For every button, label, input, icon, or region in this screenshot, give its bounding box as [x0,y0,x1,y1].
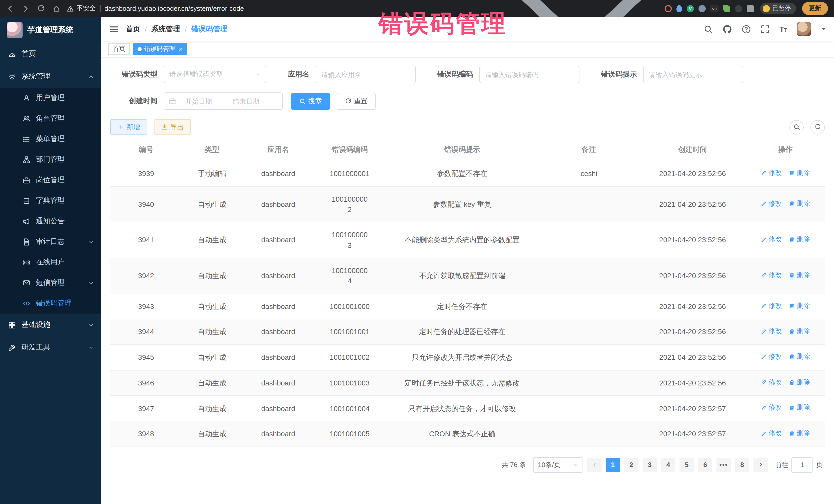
error-type-select[interactable]: 请选择错误码类型 [164,66,266,83]
breadcrumb-item[interactable]: 系统管理 [151,24,180,34]
tag-item[interactable]: 首页 [108,43,130,55]
hamburger-icon[interactable] [109,24,118,34]
extension-icon-on-badge[interactable]: on [710,5,719,12]
page-button-2[interactable]: 2 [624,458,638,472]
font-size-icon[interactable]: TT [780,25,787,33]
sidebar-item-notice-management[interactable]: 通知公告 [0,211,101,232]
sidebar-item-home[interactable]: 首页 [0,43,101,65]
reload-icon[interactable] [37,4,45,13]
sidebar-item-post-management[interactable]: 岗位管理 [0,170,101,191]
chevron-down-icon[interactable] [822,28,826,30]
delete-link[interactable]: 删除 [789,403,810,413]
update-button[interactable]: 更新 [802,2,828,15]
next-page-button[interactable] [753,458,768,472]
app-name-input[interactable] [316,66,416,83]
page-button-8[interactable]: 8 [735,458,749,472]
search-icon[interactable] [703,24,712,34]
page-button-4[interactable]: 4 [661,458,675,472]
user-avatar[interactable] [797,22,811,36]
home-icon[interactable] [52,4,61,13]
sidebar-item-label: 审计日志 [36,237,65,246]
extension-icon-people[interactable] [699,5,706,12]
edit-link[interactable]: 修改 [761,403,782,413]
sidebar-item-online-user[interactable]: 在线用户 [0,252,101,272]
fullscreen-icon[interactable] [760,24,770,34]
page-ellipsis[interactable]: ••• [717,458,731,472]
extension-icon-leaf[interactable] [723,5,730,12]
delete-link[interactable]: 删除 [789,377,810,387]
paused-badge[interactable]: 已暂停 [760,3,796,14]
error-code-input[interactable] [479,66,579,83]
security-chip[interactable]: 不安全 [67,4,96,13]
trash-icon [789,201,795,207]
delete-link[interactable]: 删除 [789,301,810,311]
delete-link[interactable]: 删除 [789,235,810,245]
page-size-select[interactable]: 10条/页 [533,457,583,473]
tag-label: 错误码管理 [144,45,175,53]
edit-link[interactable]: 修改 [761,235,782,245]
extension-icon-green-v[interactable]: V [687,5,694,12]
sidebar-item-menu-management[interactable]: 菜单管理 [0,129,101,149]
reset-button[interactable]: 重置 [337,93,376,110]
page-button-5[interactable]: 5 [680,458,694,472]
extensions-puzzle-icon[interactable] [747,5,754,12]
delete-link[interactable]: 删除 [789,270,810,280]
sidebar-item-infrastructure[interactable]: 基础设施 [0,313,101,336]
url-text[interactable]: dashboard.yudao.iocoder.cn/system/error-… [105,5,244,12]
toggle-search-button[interactable] [789,120,804,134]
tag-active[interactable]: 错误码管理× [133,43,187,55]
end-date-input[interactable] [226,97,266,106]
sidebar-item-dept-management[interactable]: 部门管理 [0,149,101,170]
cell-type: 手动编辑 [182,161,242,186]
forward-icon[interactable] [22,4,30,13]
sidebar-item-audit-log[interactable]: 审计日志 [0,232,101,252]
goto-page-input[interactable] [791,457,813,473]
delete-link[interactable]: 删除 [789,199,810,209]
sidebar-item-sms-management[interactable]: 短信管理 [0,272,101,293]
logo-row[interactable]: 芋道管理系统 [0,17,101,43]
search-button[interactable]: 搜索 [291,93,330,110]
extension-icon-red-circle[interactable] [665,5,672,12]
edit-link[interactable]: 修改 [761,377,782,387]
sidebar-item-dict-management[interactable]: 字典管理 [0,191,101,211]
error-hint-input[interactable] [643,66,743,83]
edit-link[interactable]: 修改 [761,429,782,438]
refresh-table-button[interactable] [810,120,825,134]
edit-link[interactable]: 修改 [761,199,782,209]
sidebar-item-role-management[interactable]: 角色管理 [0,108,101,129]
extension-icon-paw[interactable] [735,5,742,12]
export-button[interactable]: 导出 [154,119,191,135]
delete-link[interactable]: 删除 [789,168,810,178]
pencil-icon [761,201,767,207]
sidebar-item-error-code-management[interactable]: 错误码管理 [0,293,101,313]
back-icon[interactable] [6,4,14,13]
breadcrumb-item[interactable]: 首页 [126,24,140,34]
extension-icon-blue-drop[interactable] [676,5,682,12]
add-button[interactable]: 新增 [110,119,147,135]
github-icon[interactable] [722,24,731,34]
prev-page-button[interactable] [587,458,601,472]
delete-link[interactable]: 删除 [789,352,810,362]
user-icon [23,94,30,102]
page-button-6[interactable]: 6 [698,458,712,472]
sidebar-item-dev-tools[interactable]: 研发工具 [0,336,101,359]
date-range-picker[interactable]: - [164,92,283,110]
delete-link[interactable]: 删除 [789,326,810,336]
start-date-input[interactable] [179,97,218,106]
edit-link[interactable]: 修改 [761,168,782,178]
edit-link[interactable]: 修改 [761,352,782,362]
edit-link[interactable]: 修改 [761,326,782,336]
help-icon[interactable] [741,24,751,34]
sidebar-item-user-management[interactable]: 用户管理 [0,88,101,108]
tag-close-icon[interactable]: × [179,46,182,52]
cell-app: dashboard [242,222,314,258]
page-button-3[interactable]: 3 [642,458,657,472]
sidebar-item-system-management[interactable]: 系统管理 [0,65,101,88]
page-content: 错误码类型 请选择错误码类型 应用名 错误码编码 [101,58,834,504]
cell-remark [539,186,639,222]
delete-link[interactable]: 删除 [789,429,810,438]
edit-link[interactable]: 修改 [761,301,782,311]
page-button-1[interactable]: 1 [606,458,620,472]
breadcrumb-item[interactable]: 错误码管理 [192,24,227,34]
edit-link[interactable]: 修改 [761,270,782,280]
